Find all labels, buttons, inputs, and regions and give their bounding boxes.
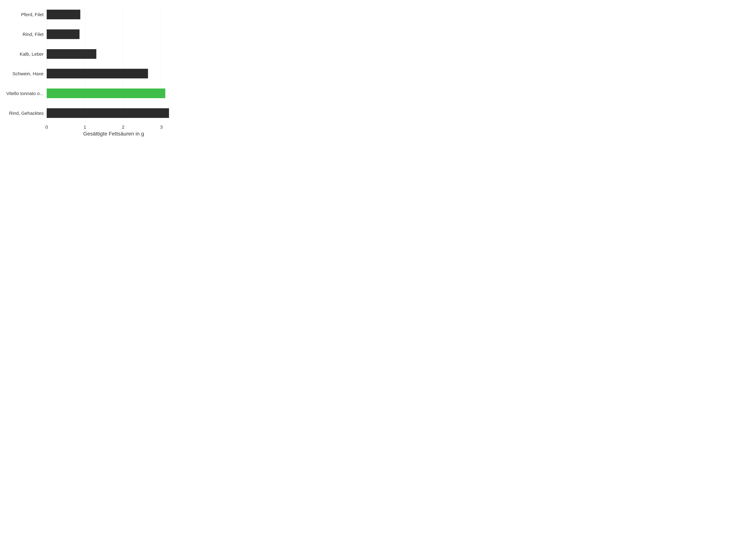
- y-tick-label-text: Vitello tonnato o...: [6, 91, 44, 96]
- y-tick-label: Pferd, Filet: [0, 12, 44, 17]
- y-tick-label-text: Rind, Filet: [23, 32, 44, 37]
- bar: [47, 10, 80, 19]
- plot-area: [47, 5, 181, 123]
- bar: [47, 69, 148, 78]
- bar: [47, 49, 96, 59]
- bar: [47, 29, 79, 39]
- y-tick-label-text: Kalb, Leber: [20, 51, 44, 56]
- x-tick-label-text: 2: [122, 125, 125, 130]
- x-tick-label-text: 0: [46, 125, 48, 130]
- bar: [47, 108, 169, 118]
- y-tick-label: Kalb, Leber: [0, 51, 44, 56]
- x-tick-label-text: 1: [83, 125, 86, 130]
- y-tick-label-text: Schwein, Haxe: [12, 71, 44, 76]
- grid-line: [47, 5, 47, 123]
- x-axis-title: Gesättigte Fettsäuren in g: [47, 131, 181, 137]
- x-tick-label: 0: [46, 125, 48, 130]
- x-tick-label: 1: [83, 125, 86, 130]
- x-tick-label: 2: [122, 125, 125, 130]
- chart-container: Pferd, FiletRind, FiletKalb, LeberSchwei…: [0, 0, 187, 140]
- x-axis-title-text: Gesättigte Fettsäuren in g: [83, 131, 144, 137]
- y-tick-label: Rind, Gehacktes: [0, 110, 44, 115]
- y-tick-label-text: Pferd, Filet: [21, 12, 44, 17]
- y-tick-label-text: Rind, Gehacktes: [9, 110, 44, 115]
- x-tick-label-text: 3: [160, 125, 163, 130]
- bar-highlight: [47, 88, 165, 98]
- x-tick-label: 3: [160, 125, 163, 130]
- y-tick-label: Vitello tonnato o...: [0, 91, 44, 96]
- y-tick-label: Rind, Filet: [0, 32, 44, 37]
- y-tick-label: Schwein, Haxe: [0, 71, 44, 76]
